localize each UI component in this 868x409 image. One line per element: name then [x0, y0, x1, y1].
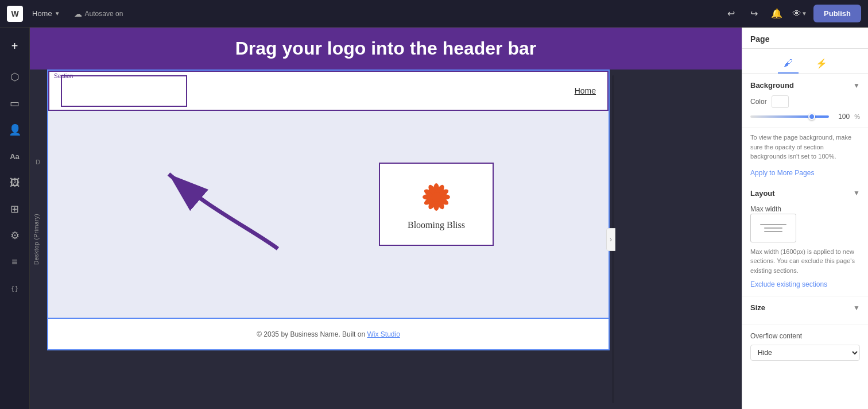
layout-section-header: Layout ▼: [750, 189, 860, 198]
layout-section: Layout ▼ Max width Max width (1600px) is…: [742, 182, 868, 297]
sidebar-item-apps[interactable]: ⊞: [3, 198, 26, 221]
text-icon: Aa: [10, 152, 20, 161]
header-nav-link[interactable]: Home: [575, 86, 596, 95]
footer-copyright: © 2035 by Business Name. Built on: [257, 330, 365, 338]
right-sidebar: Page 🖌 ⚡ Background ▼ Color: [742, 28, 868, 409]
publish-button[interactable]: Publish: [813, 5, 861, 22]
undo-button[interactable]: ↩: [722, 5, 740, 23]
content-section[interactable]: Blooming Bliss: [48, 111, 609, 318]
exclude-existing-sections-link[interactable]: Exclude existing sections: [750, 280, 827, 288]
size-section: Size ▼: [742, 296, 868, 325]
sidebar-item-pages[interactable]: ▭: [3, 92, 26, 115]
eye-icon: 👁: [792, 9, 801, 19]
size-chevron-icon[interactable]: ▼: [853, 304, 860, 312]
sidebar-item-text[interactable]: Aa: [3, 145, 26, 168]
sidebar-collapse-handle[interactable]: ›: [606, 228, 615, 251]
bell-icon: 🔔: [771, 8, 782, 19]
lightning-tab-icon: ⚡: [816, 59, 827, 68]
sidebar-item-table[interactable]: ≡: [3, 250, 26, 273]
apply-to-more-pages-link[interactable]: Apply to More Pages: [750, 169, 814, 177]
chevron-down-icon: ▼: [55, 10, 60, 17]
color-row: Color: [750, 95, 860, 108]
home-label: Home: [32, 9, 52, 18]
max-width-hint: Max width (1600px) is applied to new sec…: [750, 247, 860, 276]
page-canvas: Section Home: [47, 70, 610, 350]
opacity-thumb[interactable]: [808, 113, 815, 120]
tab-design[interactable]: 🖌: [778, 55, 799, 74]
left-sidebar: + ⬡ ▭ 👤 Aa 🖼 ⊞ ⚙ ≡ { }: [0, 28, 30, 409]
main-layout: + ⬡ ▭ 👤 Aa 🖼 ⊞ ⚙ ≡ { }: [0, 28, 868, 409]
top-bar: W Home ▼ ☁ Autosave on ↩ ↪ 🔔 👁 ▼ Publish: [0, 0, 868, 28]
footer-section: © 2035 by Business Name. Built on Wix St…: [48, 318, 609, 349]
cms-icon: 👤: [9, 124, 21, 136]
sidebar-item-layers[interactable]: ⬡: [3, 65, 26, 88]
background-section-header: Background ▼: [750, 81, 860, 90]
background-hint: To view the page background, make sure t…: [742, 128, 868, 182]
pages-icon: ▭: [10, 97, 20, 110]
panel-tabs: 🖌 ⚡: [742, 49, 868, 74]
sidebar-item-media[interactable]: 🖼: [3, 171, 26, 194]
tutorial-banner: Drag your logo into the header bar: [30, 28, 742, 70]
panel-title: Page: [750, 34, 769, 44]
background-label: Background: [750, 81, 794, 90]
max-width-label: Max width: [750, 205, 781, 213]
logo-mark: W: [7, 6, 23, 22]
overflow-label: Overflow content: [750, 332, 860, 340]
brand-name: Blooming Bliss: [408, 220, 465, 230]
opacity-slider[interactable]: [750, 115, 829, 118]
background-chevron-icon[interactable]: ▼: [853, 82, 860, 90]
color-label: Color: [750, 98, 767, 106]
max-width-line-2: [764, 227, 782, 229]
max-width-preview[interactable]: [750, 214, 796, 242]
max-width-line-3: [764, 231, 782, 232]
instruction-arrow: [94, 128, 381, 277]
flower-logo: [418, 179, 455, 215]
tutorial-text: Drag your logo into the header bar: [40, 38, 731, 59]
plus-icon: +: [11, 40, 18, 53]
logo-card[interactable]: Blooming Bliss: [379, 163, 494, 246]
preview-button[interactable]: 👁 ▼: [790, 5, 809, 23]
canvas-area: Drag your logo into the header bar Deskt…: [30, 28, 742, 409]
table-icon: ≡: [11, 256, 18, 268]
top-bar-right: ↩ ↪ 🔔 👁 ▼ Publish: [722, 5, 861, 23]
sidebar-item-add[interactable]: +: [3, 34, 26, 57]
size-label: Size: [750, 303, 765, 312]
layers-icon: ⬡: [10, 71, 20, 83]
color-swatch[interactable]: [772, 95, 789, 108]
right-sidebar-header: Page: [742, 28, 868, 49]
section-label: Section: [54, 73, 73, 79]
d-label: D: [36, 159, 40, 165]
opacity-pct: %: [854, 113, 860, 120]
logo-drop-target[interactable]: [61, 75, 187, 107]
preview-chevron: ▼: [801, 10, 807, 17]
svg-point-13: [432, 192, 441, 202]
opacity-row: 100 %: [750, 113, 860, 121]
code-icon: { }: [11, 285, 17, 292]
apps-icon: ⊞: [10, 203, 19, 215]
autosave-label: Autosave on: [85, 10, 123, 18]
overflow-section: Overflow content Hide Show Scroll: [742, 325, 868, 368]
home-menu[interactable]: Home ▼: [28, 7, 65, 20]
sidebar-item-cms[interactable]: 👤: [3, 118, 26, 141]
page-canvas-wrapper: Desktop (Primary) D Section Home: [30, 70, 742, 409]
design-tab-icon: 🖌: [784, 58, 793, 68]
hint-text: To view the page background, make sure t…: [750, 133, 860, 161]
media-icon: 🖼: [10, 177, 20, 189]
tab-lightning[interactable]: ⚡: [810, 55, 833, 74]
max-width-line-1: [760, 224, 787, 225]
desktop-label: Desktop (Primary): [33, 70, 40, 409]
sidebar-item-tools[interactable]: ⚙: [3, 224, 26, 247]
overflow-select[interactable]: Hide Show Scroll: [750, 345, 860, 361]
sidebar-item-code[interactable]: { }: [3, 277, 26, 300]
redo-button[interactable]: ↪: [745, 5, 763, 23]
cloud-icon: ☁: [74, 9, 82, 18]
notifications-button[interactable]: 🔔: [768, 5, 786, 23]
autosave-status: ☁ Autosave on: [74, 9, 123, 18]
collapse-icon: ›: [610, 236, 612, 244]
wix-studio-link[interactable]: Wix Studio: [367, 330, 400, 338]
opacity-value: 100: [834, 113, 850, 121]
header-section[interactable]: Section Home: [48, 71, 609, 111]
layout-label: Layout: [750, 189, 775, 198]
tools-icon: ⚙: [10, 229, 20, 242]
layout-chevron-icon[interactable]: ▼: [853, 189, 860, 197]
